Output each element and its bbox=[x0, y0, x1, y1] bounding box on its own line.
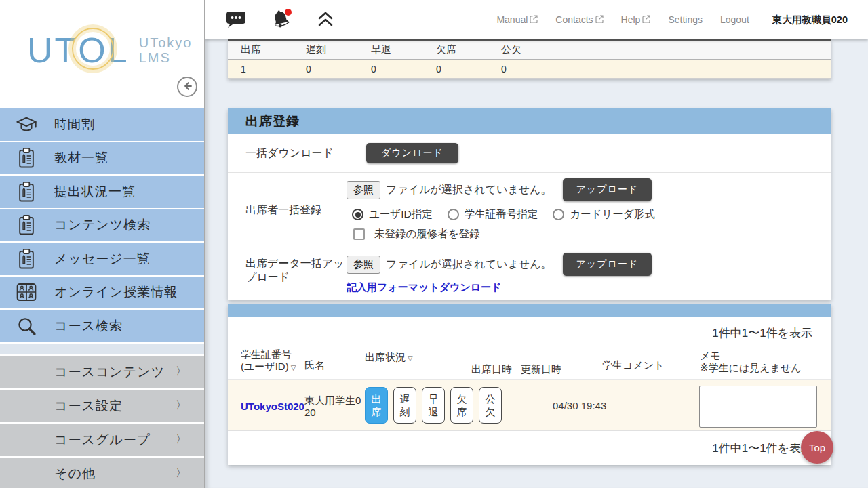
summary-header-present: 出席 bbox=[228, 43, 293, 56]
collapse-up-icon[interactable] bbox=[317, 11, 334, 28]
result-count-text: 1件中1〜1件を表示 bbox=[712, 325, 812, 341]
radio-student-number[interactable] bbox=[448, 209, 459, 220]
sidebar-item-submissions[interactable]: 提出状況一覧 bbox=[0, 176, 204, 208]
sidebar: UTOL UTokyo LMS 時間割 教材一覧 bbox=[0, 0, 205, 488]
column-status-label: 出席状況 bbox=[365, 351, 406, 363]
sidebar-divider bbox=[0, 344, 204, 354]
attendee-bulk-row: 出席者一括登録 参照 ファイルが選択されていません。 アップロード ユーザID指… bbox=[228, 173, 831, 247]
file-status-text: ファイルが選択されていません。 bbox=[386, 183, 552, 197]
student-id-link[interactable]: UTokyoSt020 bbox=[241, 401, 304, 412]
manual-link[interactable]: Manual bbox=[496, 14, 538, 25]
help-link-label: Help bbox=[621, 14, 641, 25]
status-button-early-leave[interactable]: 早退 bbox=[422, 387, 445, 424]
sidebar-item-label: コースグループ bbox=[54, 431, 151, 449]
logo-text: UTOL bbox=[27, 33, 130, 68]
data-upload-control: 参照 ファイルが選択されていません。 アップロード 記入用フォーマットダウンロー… bbox=[347, 247, 831, 300]
sidebar-item-materials[interactable]: 教材一覧 bbox=[0, 142, 204, 175]
notifications-bell-icon[interactable] bbox=[270, 8, 294, 31]
current-user-name: 東大用教職員020 bbox=[772, 14, 848, 26]
scroll-to-top-button[interactable]: Top bbox=[801, 431, 833, 464]
column-status[interactable]: 出席状況▽ bbox=[365, 351, 413, 365]
result-count-text: 1件中1〜1件を表示 bbox=[712, 441, 812, 456]
status-button-late[interactable]: 遅刻 bbox=[393, 387, 416, 424]
manual-link-label: Manual bbox=[496, 14, 528, 25]
column-student-comment: 学生コメント bbox=[602, 359, 664, 371]
sidebar-item-others[interactable]: その他 〉 bbox=[0, 458, 204, 488]
sidebar-collapse-button[interactable] bbox=[177, 77, 197, 97]
settings-link[interactable]: Settings bbox=[668, 14, 703, 25]
contacts-link-label: Contacts bbox=[555, 14, 593, 25]
column-student-id[interactable]: 学生証番号 (ユーザID)▽ bbox=[241, 348, 296, 374]
status-button-present[interactable]: 出席 bbox=[365, 387, 388, 424]
attendance-register-panel: 出席登録 一括ダウンロード ダウンロード 出席者一括登録 参照 ファイルが選択さ… bbox=[228, 108, 831, 300]
page: UTOL UTokyo LMS 時間割 教材一覧 bbox=[0, 0, 868, 488]
external-link-icon bbox=[530, 14, 538, 25]
chevron-right-icon: 〉 bbox=[176, 432, 186, 447]
sidebar-course-nav: コースコンテンツ 〉 コース設定 〉 コースグループ 〉 その他 〉 bbox=[0, 356, 204, 488]
register-unenrolled-checkbox[interactable] bbox=[353, 228, 365, 240]
column-memo-line1: メモ bbox=[700, 350, 721, 361]
format-download-link[interactable]: 記入用フォーマットダウンロード bbox=[347, 281, 502, 294]
sidebar-item-label: 時間割 bbox=[54, 116, 95, 134]
sidebar-item-course-settings[interactable]: コース設定 〉 bbox=[0, 390, 204, 422]
attendee-bulk-control: 参照 ファイルが選択されていません。 アップロード ユーザID指定 学生証番号指… bbox=[347, 173, 831, 247]
status-button-label: 欠席 bbox=[456, 392, 468, 418]
summary-value-row: 1 0 0 0 0 bbox=[228, 60, 831, 79]
people-grid-icon bbox=[14, 280, 39, 304]
sort-icon[interactable]: ▽ bbox=[291, 364, 296, 371]
summary-header-excused: 公欠 bbox=[488, 43, 553, 56]
topbar: Manual Contacts Help Settings Logout 東大用… bbox=[205, 0, 868, 39]
sidebar-item-online-class[interactable]: オンライン授業情報 bbox=[0, 277, 204, 309]
sidebar-item-label: コンテンツ検索 bbox=[54, 216, 151, 234]
register-unenrolled-line: 未登録の履修者を登録 bbox=[353, 227, 831, 241]
column-student-id-line1: 学生証番号 bbox=[241, 348, 292, 360]
sort-icon[interactable]: ▽ bbox=[408, 354, 413, 362]
logo-subtitle: UTokyo LMS bbox=[139, 35, 193, 65]
sidebar-item-timetable[interactable]: 時間割 bbox=[0, 108, 204, 141]
memo-textarea[interactable] bbox=[699, 386, 817, 428]
status-button-excused[interactable]: 公欠 bbox=[479, 387, 502, 424]
download-button[interactable]: ダウンロード bbox=[366, 143, 458, 163]
sidebar-item-content-search[interactable]: コンテンツ検索 bbox=[0, 209, 204, 242]
list-panel-header-bar bbox=[228, 304, 831, 317]
summary-value-excused: 0 bbox=[488, 64, 553, 75]
status-button-label: 遅刻 bbox=[399, 392, 411, 418]
status-button-absent[interactable]: 欠席 bbox=[450, 387, 473, 424]
browse-button[interactable]: 参照 bbox=[347, 256, 380, 274]
sidebar-item-course-search[interactable]: コース検索 bbox=[0, 310, 204, 342]
chat-icon[interactable] bbox=[226, 10, 247, 29]
bulk-download-label: 一括ダウンロード bbox=[228, 134, 347, 172]
student-name: 東大用学生020 bbox=[304, 394, 364, 419]
bulk-download-row: 一括ダウンロード ダウンロード bbox=[228, 134, 831, 173]
data-upload-row: 出席データ一括アップロード 参照 ファイルが選択されていません。 アップロード … bbox=[228, 247, 831, 300]
status-button-label: 出席 bbox=[371, 392, 382, 418]
sidebar-item-messages[interactable]: メッセージ一覧 bbox=[0, 243, 204, 275]
list-footer-row: 1件中1〜1件を表示 bbox=[228, 431, 831, 464]
attendance-summary-table: 出席 遅刻 早退 欠席 公欠 1 0 0 0 0 bbox=[228, 39, 831, 79]
clipboard-icon bbox=[14, 247, 39, 271]
summary-header-early-leave: 早退 bbox=[358, 43, 423, 56]
radio-card-reader[interactable] bbox=[553, 209, 564, 220]
attendance-time: 04/30 19:43 bbox=[553, 400, 606, 411]
browse-button[interactable]: 参照 bbox=[347, 181, 380, 199]
logout-link[interactable]: Logout bbox=[720, 14, 749, 25]
radio-student-number-label: 学生証番号指定 bbox=[465, 207, 538, 222]
summary-value-late: 0 bbox=[293, 64, 358, 75]
upload-button[interactable]: アップロード bbox=[563, 178, 652, 201]
sidebar-item-course-group[interactable]: コースグループ 〉 bbox=[0, 424, 204, 456]
sidebar-item-label: コース設定 bbox=[54, 397, 123, 415]
contacts-link[interactable]: Contacts bbox=[555, 14, 603, 25]
utol-logo: UTOL UTokyo LMS bbox=[27, 33, 192, 68]
sidebar-item-course-contents[interactable]: コースコンテンツ 〉 bbox=[0, 356, 204, 388]
column-attend-time: 出席日時 bbox=[471, 363, 512, 375]
radio-user-id-label: ユーザID指定 bbox=[369, 207, 433, 222]
upload-button[interactable]: アップロード bbox=[563, 253, 652, 276]
data-upload-label: 出席データ一括アップロード bbox=[228, 247, 347, 300]
register-unenrolled-label: 未登録の履修者を登録 bbox=[374, 227, 480, 241]
column-memo-line2: ※学生には見えません bbox=[700, 362, 802, 373]
sidebar-item-label: コースコンテンツ bbox=[54, 363, 165, 381]
radio-user-id[interactable] bbox=[352, 209, 363, 220]
file-select-line: 参照 ファイルが選択されていません。 アップロード bbox=[347, 178, 831, 201]
help-link[interactable]: Help bbox=[621, 14, 651, 25]
summary-header-row: 出席 遅刻 早退 欠席 公欠 bbox=[228, 39, 831, 60]
